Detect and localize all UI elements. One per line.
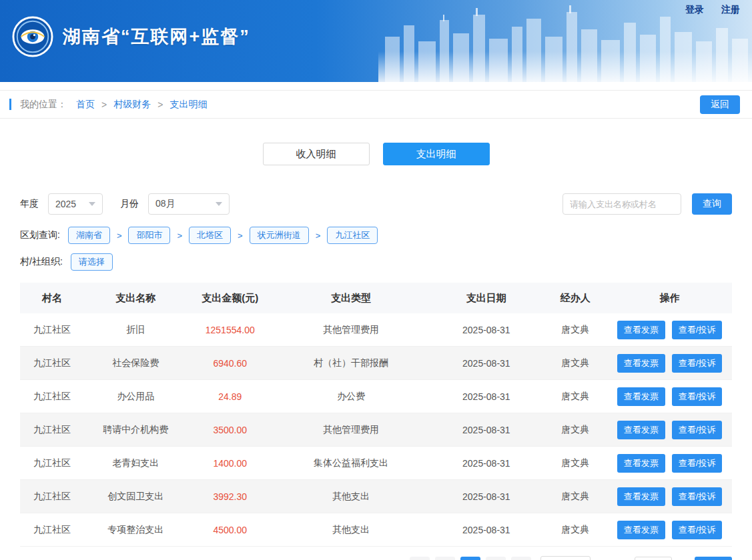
header-operations: 操作: [607, 292, 732, 305]
breadcrumb-bar: 我的位置： 首页 > 村级财务 > 支出明细 返回: [0, 90, 752, 119]
view-complaint-button[interactable]: 查看/投诉: [672, 321, 723, 339]
cell-type: 其他管理费用: [273, 324, 430, 336]
view-invoice-button[interactable]: 查看发票: [617, 521, 665, 539]
region-tag-2[interactable]: 北塔区: [189, 227, 231, 244]
org-select-button[interactable]: 请选择: [71, 253, 113, 271]
table-row: 九江社区 聘请中介机构费 3500.00 其他管理费用 2025-08-31 唐…: [20, 413, 732, 447]
filter-row: 年度 2025 月份 08月 查询: [20, 193, 732, 215]
breadcrumb-expense-detail[interactable]: 支出明细: [169, 99, 207, 111]
cell-amount: 4500.00: [187, 525, 273, 535]
cell-date: 2025-08-31: [429, 391, 543, 402]
cell-expense-name: 办公用品: [84, 391, 187, 403]
cell-expense-name: 老青妇支出: [84, 457, 187, 469]
eye-emblem-logo: [12, 16, 53, 57]
cell-expense-name: 创文固卫支出: [84, 491, 187, 503]
cell-type: 其他管理费用: [273, 424, 430, 436]
last-page-button[interactable]: »: [511, 557, 531, 560]
cell-village: 九江社区: [20, 491, 84, 503]
region-separator: >: [177, 231, 182, 241]
site-title: 湖南省“互联网+监督”: [63, 25, 250, 49]
table-footer: 金额总计: 127.19 万元 « ‹ 1 › » 10条/页 跳转至 页 确认: [0, 556, 752, 560]
view-complaint-button[interactable]: 查看/投诉: [672, 421, 723, 439]
region-tag-3[interactable]: 状元洲街道: [250, 227, 309, 244]
breadcrumb-separator: >: [157, 99, 163, 110]
cell-type: 其他支出: [273, 524, 430, 536]
register-link[interactable]: 注册: [721, 4, 740, 16]
cell-handler: 唐文典: [543, 424, 607, 436]
year-select[interactable]: 2025: [48, 193, 103, 215]
tab-income-detail[interactable]: 收入明细: [263, 143, 370, 165]
view-invoice-button[interactable]: 查看发票: [617, 321, 665, 339]
cell-expense-name: 专项整治支出: [84, 524, 187, 536]
page-1-button[interactable]: 1: [460, 557, 480, 560]
back-button[interactable]: 返回: [700, 95, 740, 114]
cell-expense-name: 折旧: [84, 324, 187, 336]
header-village: 村名: [20, 292, 84, 305]
cell-amount: 6940.60: [187, 358, 273, 369]
jump-page-input[interactable]: [635, 557, 672, 560]
cell-amount: 3500.00: [187, 425, 273, 435]
region-separator: >: [117, 231, 122, 241]
table-row: 九江社区 创文固卫支出 3992.30 其他支出 2025-08-31 唐文典 …: [20, 480, 732, 513]
region-label: 区划查询:: [20, 229, 60, 241]
breadcrumb: 首页 > 村级财务 > 支出明细: [76, 99, 207, 111]
month-select[interactable]: 08月: [148, 193, 230, 215]
query-button[interactable]: 查询: [692, 193, 732, 215]
view-invoice-button[interactable]: 查看发票: [617, 454, 665, 473]
cell-operations: 查看发票 查看/投诉: [607, 454, 732, 473]
breadcrumb-separator: >: [101, 99, 107, 110]
prev-page-button[interactable]: ‹: [435, 557, 455, 560]
view-complaint-button[interactable]: 查看/投诉: [672, 521, 723, 539]
cell-date: 2025-08-31: [429, 425, 543, 435]
view-complaint-button[interactable]: 查看/投诉: [672, 487, 723, 506]
page-size-select[interactable]: 10条/页: [540, 556, 591, 560]
next-page-button[interactable]: ›: [486, 557, 506, 560]
region-tag-4[interactable]: 九江社区: [327, 227, 378, 244]
table-row: 九江社区 老青妇支出 1400.00 集体公益福利支出 2025-08-31 唐…: [20, 447, 732, 480]
view-complaint-button[interactable]: 查看/投诉: [672, 454, 723, 473]
region-query-row: 区划查询: 湖南省>邵阳市>北塔区>状元洲街道>九江社区: [20, 227, 732, 244]
cell-date: 2025-08-31: [429, 491, 543, 502]
breadcrumb-accent: [9, 99, 11, 110]
first-page-button[interactable]: «: [410, 557, 430, 560]
cell-operations: 查看发票 查看/投诉: [607, 321, 732, 339]
region-tag-1[interactable]: 邵阳市: [128, 227, 170, 244]
year-select-value: 2025: [55, 199, 76, 209]
confirm-button[interactable]: 确认: [695, 557, 732, 560]
breadcrumb-home[interactable]: 首页: [76, 99, 95, 111]
view-complaint-button[interactable]: 查看/投诉: [672, 387, 723, 406]
brand: 湖南省“互联网+监督”: [12, 16, 250, 57]
view-complaint-button[interactable]: 查看/投诉: [672, 354, 723, 373]
cell-amount: 1400.00: [187, 458, 273, 469]
cell-type: 办公费: [273, 391, 430, 403]
cell-amount: 24.89: [187, 391, 273, 402]
expense-table: 村名 支出名称 支出金额(元) 支出类型 支出日期 经办人 操作 九江社区 折旧…: [20, 283, 732, 547]
header-amount: 支出金额(元): [187, 292, 273, 305]
month-select-value: 08月: [155, 198, 175, 210]
table-row: 九江社区 专项整治支出 4500.00 其他支出 2025-08-31 唐文典 …: [20, 513, 732, 547]
view-invoice-button[interactable]: 查看发票: [617, 421, 665, 439]
cell-expense-name: 社会保险费: [84, 357, 187, 369]
login-link[interactable]: 登录: [685, 4, 704, 16]
header-handler: 经办人: [543, 292, 607, 305]
cell-type: 其他支出: [273, 491, 430, 503]
tab-expense-detail[interactable]: 支出明细: [383, 143, 490, 165]
view-invoice-button[interactable]: 查看发票: [617, 354, 665, 373]
cell-village: 九江社区: [20, 357, 84, 369]
site-header: 湖南省“互联网+监督” 登录 注册: [0, 0, 752, 82]
cell-handler: 唐文典: [543, 324, 607, 336]
view-invoice-button[interactable]: 查看发票: [617, 387, 665, 406]
cell-handler: 唐文典: [543, 357, 607, 369]
pagination: « ‹ 1 › »: [410, 557, 531, 560]
cell-date: 2025-08-31: [429, 458, 543, 469]
region-tag-0[interactable]: 湖南省: [68, 227, 110, 244]
cell-type: 集体公益福利支出: [273, 457, 430, 469]
cell-operations: 查看发票 查看/投诉: [607, 421, 732, 439]
cell-operations: 查看发票 查看/投诉: [607, 487, 732, 506]
cell-village: 九江社区: [20, 524, 84, 536]
search-input[interactable]: [562, 193, 681, 215]
cell-handler: 唐文典: [543, 524, 607, 536]
breadcrumb-village-finance[interactable]: 村级财务: [113, 99, 151, 111]
cell-handler: 唐文典: [543, 491, 607, 503]
view-invoice-button[interactable]: 查看发票: [617, 487, 665, 506]
